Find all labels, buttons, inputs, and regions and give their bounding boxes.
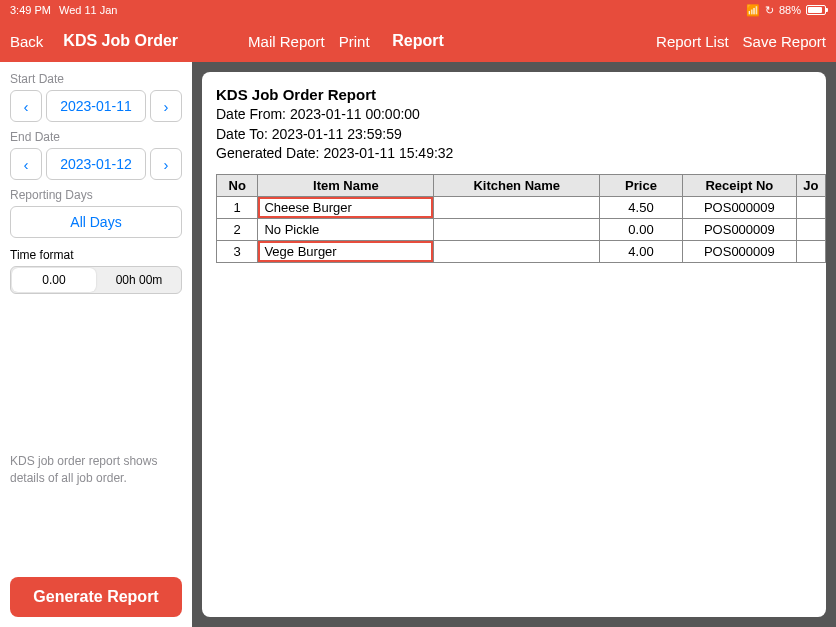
reporting-days-label: Reporting Days: [10, 188, 182, 202]
end-date-next-button[interactable]: ›: [150, 148, 182, 180]
time-format-decimal[interactable]: 0.00: [12, 268, 96, 292]
chevron-right-icon: ›: [164, 98, 169, 115]
cell-price: 4.50: [600, 196, 683, 218]
table-row: 2No Pickle0.00POS000009: [217, 218, 826, 240]
status-time: 3:49 PM: [10, 4, 51, 16]
col-kitchen: Kitchen Name: [434, 174, 600, 196]
start-date-field[interactable]: 2023-01-11: [46, 90, 146, 122]
cell-no: 3: [217, 240, 258, 262]
start-date-next-button[interactable]: ›: [150, 90, 182, 122]
col-item: Item Name: [258, 174, 434, 196]
battery-icon: [806, 5, 826, 15]
time-format-label: Time format: [10, 248, 182, 262]
end-date-field[interactable]: 2023-01-12: [46, 148, 146, 180]
report-paper: KDS Job Order Report Date From: 2023-01-…: [202, 72, 826, 617]
date-from-value: 2023-01-11 00:00:00: [290, 106, 420, 122]
cell-receipt: POS000009: [682, 240, 796, 262]
status-date: Wed 11 Jan: [59, 4, 118, 16]
cell-partial: [796, 240, 825, 262]
report-list-button[interactable]: Report List: [656, 33, 729, 50]
battery-percent: 88%: [779, 4, 801, 16]
col-receipt: Receipt No: [682, 174, 796, 196]
generate-report-button[interactable]: Generate Report: [10, 577, 182, 617]
reporting-days-select[interactable]: All Days: [10, 206, 182, 238]
chevron-left-icon: ‹: [24, 98, 29, 115]
start-date-label: Start Date: [10, 72, 182, 86]
chevron-left-icon: ‹: [24, 156, 29, 173]
nav-title: KDS Job Order: [63, 32, 178, 50]
nav-bar: Back KDS Job Order Mail Report Print Rep…: [0, 20, 836, 62]
cell-receipt: POS000009: [682, 218, 796, 240]
date-to-value: 2023-01-11 23:59:59: [272, 126, 402, 142]
status-bar: 3:49 PM Wed 11 Jan 📶 ↻ 88%: [0, 0, 836, 20]
cell-partial: [796, 196, 825, 218]
report-area: KDS Job Order Report Date From: 2023-01-…: [192, 62, 836, 627]
mail-report-button[interactable]: Mail Report: [248, 33, 325, 50]
rotation-lock-icon: ↻: [765, 4, 774, 17]
date-to-label: Date To:: [216, 126, 272, 142]
cell-receipt: POS000009: [682, 196, 796, 218]
sidebar: Start Date ‹ 2023-01-11 › End Date ‹ 202…: [0, 62, 192, 627]
start-date-prev-button[interactable]: ‹: [10, 90, 42, 122]
cell-kitchen: [434, 240, 600, 262]
time-format-hms[interactable]: 00h 00m: [97, 267, 181, 293]
nav-center-title: Report: [392, 32, 444, 50]
end-date-label: End Date: [10, 130, 182, 144]
col-no: No: [217, 174, 258, 196]
cell-kitchen: [434, 218, 600, 240]
end-date-prev-button[interactable]: ‹: [10, 148, 42, 180]
cell-price: 0.00: [600, 218, 683, 240]
cell-price: 4.00: [600, 240, 683, 262]
generated-date-label: Generated Date:: [216, 145, 323, 161]
cell-partial: [796, 218, 825, 240]
col-price: Price: [600, 174, 683, 196]
col-partial: Jo: [796, 174, 825, 196]
cell-no: 2: [217, 218, 258, 240]
date-from-label: Date From:: [216, 106, 290, 122]
cell-item: Vege Burger: [258, 240, 434, 262]
chevron-right-icon: ›: [164, 156, 169, 173]
print-button[interactable]: Print: [339, 33, 370, 50]
report-title: KDS Job Order Report: [216, 86, 826, 103]
help-text: KDS job order report shows details of al…: [10, 453, 182, 487]
time-format-segmented[interactable]: 0.00 00h 00m: [10, 266, 182, 294]
generated-date-value: 2023-01-11 15:49:32: [323, 145, 453, 161]
report-table: No Item Name Kitchen Name Price Receipt …: [216, 174, 826, 263]
save-report-button[interactable]: Save Report: [743, 33, 826, 50]
table-row: 3Vege Burger4.00POS000009: [217, 240, 826, 262]
table-row: 1Cheese Burger4.50POS000009: [217, 196, 826, 218]
cell-kitchen: [434, 196, 600, 218]
cell-item: No Pickle: [258, 218, 434, 240]
wifi-icon: 📶: [746, 4, 760, 17]
cell-no: 1: [217, 196, 258, 218]
back-button[interactable]: Back: [10, 33, 43, 50]
cell-item: Cheese Burger: [258, 196, 434, 218]
